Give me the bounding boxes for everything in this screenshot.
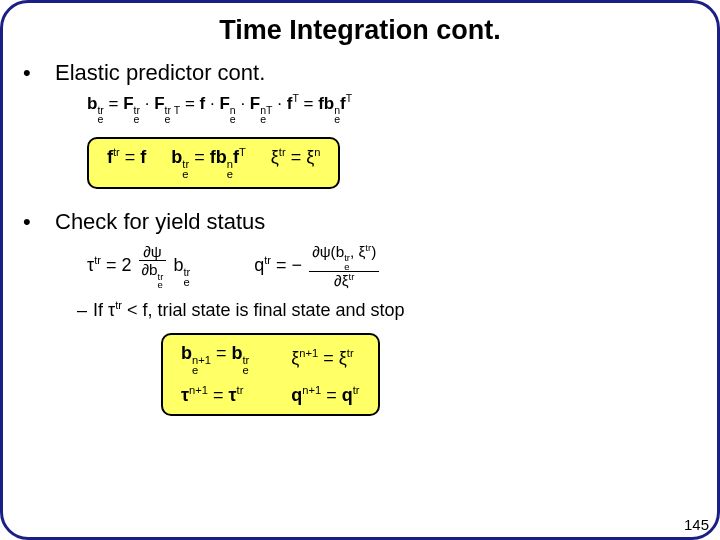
bullet-elastic-text: Elastic predictor cont. [55,60,265,85]
slide-frame: Time Integration cont. •Elastic predicto… [0,0,720,540]
box-elastic-trial: ftr = f btre = fbnefT ξtr = ξn [87,137,340,189]
bullet-yield: •Check for yield status [31,209,689,235]
bullet-dot-icon: • [39,209,55,235]
box-final-state: bn+1e = btre ξn+1 = ξtr τn+1 = τtr qn+1 … [161,333,380,416]
eq-yield-tau-q: τtr = 2 ∂ψ ∂btre btre qtr = − ∂ψ(btre, ξ… [87,243,689,290]
sub-bullet-if: –If τtr < f, trial state is final state … [77,300,689,321]
eq-q: qtr = − ∂ψ(btre, ξtr) ∂ξtr [254,243,381,290]
slide-title: Time Integration cont. [31,15,689,46]
eq-elastic-derivation: btre = Ftre · Ftr Te = f · Fne · FnTe · … [87,94,689,125]
dash-icon: – [77,300,93,321]
page-number: 145 [684,516,709,533]
bullet-elastic: •Elastic predictor cont. [31,60,689,86]
bullet-yield-text: Check for yield status [55,209,265,234]
eq-tau: τtr = 2 ∂ψ ∂btre btre [87,243,190,290]
bullet-dot-icon: • [39,60,55,86]
